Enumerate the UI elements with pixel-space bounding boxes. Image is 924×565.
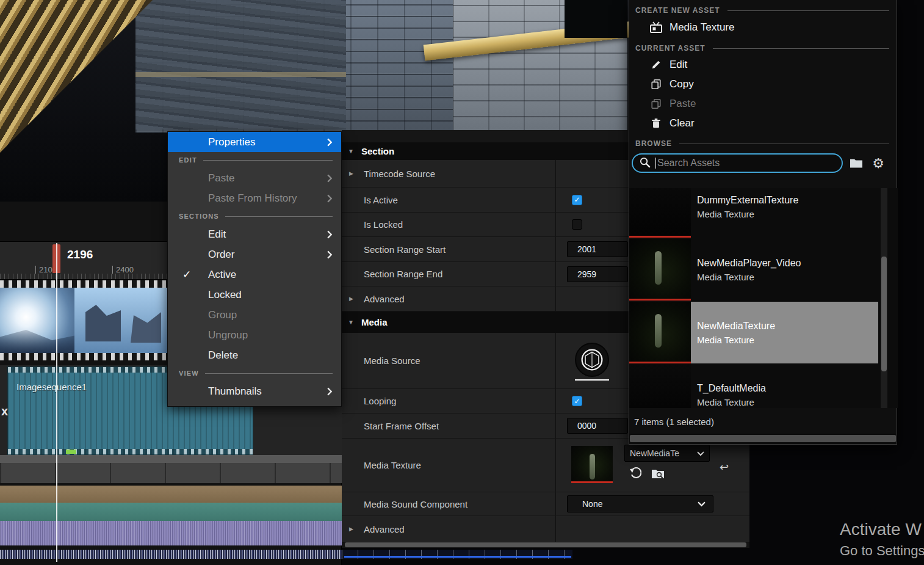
section-range-end-field[interactable]: 2959	[567, 266, 628, 282]
pencil-icon	[649, 58, 663, 71]
chevron-right-icon	[327, 250, 333, 262]
asset-action-clear[interactable]: Clear	[629, 114, 897, 133]
menu-item-label: Locked	[208, 289, 242, 301]
thumbnail-figure	[655, 251, 662, 285]
menu-item-label: Delete	[208, 349, 238, 362]
asset-name: T_DefaultMedia	[697, 383, 878, 394]
search-input[interactable]	[657, 158, 810, 169]
media-sound-component-dropdown[interactable]: None	[567, 495, 713, 512]
film-thumbnail[interactable]	[74, 288, 170, 353]
property-label: Looping	[364, 396, 396, 406]
create-media-texture-item[interactable]: Media Texture	[629, 17, 897, 38]
menu-item-properties[interactable]: Properties	[168, 132, 341, 152]
chevron-right-icon	[327, 194, 333, 206]
scrollbar-thumb[interactable]	[630, 435, 896, 442]
film-thumbnail[interactable]	[0, 288, 74, 353]
menu-item-locked[interactable]: Locked	[168, 285, 341, 305]
use-selected-asset-button[interactable]	[629, 467, 642, 480]
asset-list-scrollbar[interactable]	[881, 188, 887, 408]
looping-checkbox[interactable]: ✓	[572, 396, 582, 406]
timeline-scrollbar[interactable]	[344, 556, 571, 558]
item-label: Edit	[670, 59, 687, 71]
property-label: Advanced	[364, 294, 405, 304]
film-sprockets	[0, 353, 170, 360]
scrollbar-thumb[interactable]	[345, 542, 746, 547]
property-label: Start Frame Offset	[364, 421, 439, 431]
chevron-down-icon	[697, 448, 704, 458]
start-frame-offset-field[interactable]: 0000	[567, 418, 628, 434]
browse-to-asset-button[interactable]	[651, 467, 665, 480]
asset-action-edit[interactable]: Edit	[629, 55, 897, 75]
audio-waveform-strip[interactable]	[0, 550, 342, 559]
track-bar-teal[interactable]	[0, 503, 342, 521]
asset-item[interactable]: T_DefaultMedia Media Texture	[629, 364, 878, 408]
browse-header: BROWSE	[629, 137, 897, 150]
menu-item-group[interactable]: Group	[168, 305, 341, 325]
activate-windows-subtext: Go to Settings	[840, 543, 924, 559]
track-lane[interactable]	[0, 455, 342, 463]
chevron-down-icon: ▼	[348, 148, 354, 155]
track-lane-segments[interactable]	[0, 463, 342, 483]
asset-item[interactable]: DummyExternalTexture Media Texture	[629, 188, 878, 238]
menu-item-label: Thumbnails	[208, 385, 262, 398]
settings-button[interactable]: ⚙	[871, 156, 886, 170]
menu-item-thumbnails[interactable]: Thumbnails	[168, 381, 341, 401]
property-label: Media Sound Component	[364, 499, 467, 509]
property-label: Media Source	[364, 355, 420, 366]
circle-arrow-icon	[629, 467, 641, 479]
menu-item-delete[interactable]: Delete	[168, 345, 341, 365]
asset-item[interactable]: NewMediaPlayer_Video Media Texture	[629, 239, 878, 301]
asset-action-copy[interactable]: Copy	[629, 75, 897, 94]
field-value: 0000	[577, 421, 596, 431]
check-icon: ✓	[574, 195, 580, 204]
expander-right-icon[interactable]: ▶	[349, 526, 353, 532]
property-row-advanced-media: ▶ Advanced	[342, 516, 749, 542]
green-range-marker[interactable]	[66, 450, 76, 454]
item-label: Clear	[670, 117, 695, 129]
is-locked-checkbox[interactable]	[572, 219, 582, 230]
menu-item-active[interactable]: ✓ Active	[168, 264, 341, 285]
reset-to-default-button[interactable]: ↩	[720, 461, 729, 474]
menu-item-edit[interactable]: Edit	[168, 224, 341, 244]
menu-item-label: Ungroup	[208, 329, 248, 341]
asset-horizontal-scrollbar[interactable]	[629, 434, 897, 443]
track-bar-audio-purple[interactable]	[0, 521, 342, 545]
chevron-down-icon: ▼	[348, 319, 354, 326]
asset-type: Media Texture	[697, 335, 878, 345]
menu-item-label: Group	[208, 309, 237, 321]
chevron-down-icon	[698, 499, 706, 509]
menu-section-edit: EDIT	[168, 152, 341, 168]
clip-label: Imagesequence1	[16, 382, 87, 392]
track-bar-brown[interactable]	[0, 486, 342, 503]
asset-search-box[interactable]	[632, 153, 843, 173]
media-texture-thumbnail[interactable]	[571, 446, 613, 483]
expander-right-icon[interactable]: ▶	[349, 170, 353, 177]
section-header-label: Section	[361, 146, 394, 156]
section-range-start-field[interactable]: 2001	[567, 241, 628, 257]
scrollbar-thumb[interactable]	[881, 257, 887, 371]
folder-button[interactable]	[849, 156, 864, 170]
audio-scroll-strip[interactable]	[342, 550, 572, 559]
playhead-line[interactable]	[56, 243, 57, 562]
section-context-menu: Properties EDIT Paste Paste From History…	[167, 131, 342, 407]
asset-type: Media Texture	[697, 209, 878, 219]
details-horizontal-scrollbar[interactable]	[342, 542, 749, 548]
menu-item-ungroup[interactable]: Ungroup	[168, 325, 341, 345]
is-active-checkbox[interactable]: ✓	[572, 195, 582, 205]
film-sprockets	[0, 280, 170, 288]
item-label: Paste	[670, 98, 696, 110]
field-value: 2001	[577, 244, 596, 254]
asset-action-paste[interactable]: Paste	[629, 94, 897, 114]
media-source-asset-button[interactable]	[575, 343, 609, 377]
menu-item-order[interactable]: Order	[168, 244, 341, 264]
menu-item-paste-from-history[interactable]: Paste From History	[168, 188, 341, 208]
asset-item-selected[interactable]: NewMediaTexture Media Texture	[629, 302, 878, 363]
asset-thumbnail	[629, 239, 691, 301]
media-texture-dropdown[interactable]: NewMediaTe	[624, 445, 710, 462]
menu-item-paste[interactable]: Paste	[168, 168, 341, 188]
asset-list: DummyExternalTexture Media Texture NewMe…	[629, 188, 898, 408]
menu-section-sections: SECTIONS	[168, 208, 341, 224]
expander-right-icon[interactable]: ▶	[349, 296, 353, 302]
collapsed-track-glyph: x	[1, 404, 8, 418]
asset-type: Media Texture	[697, 397, 878, 407]
